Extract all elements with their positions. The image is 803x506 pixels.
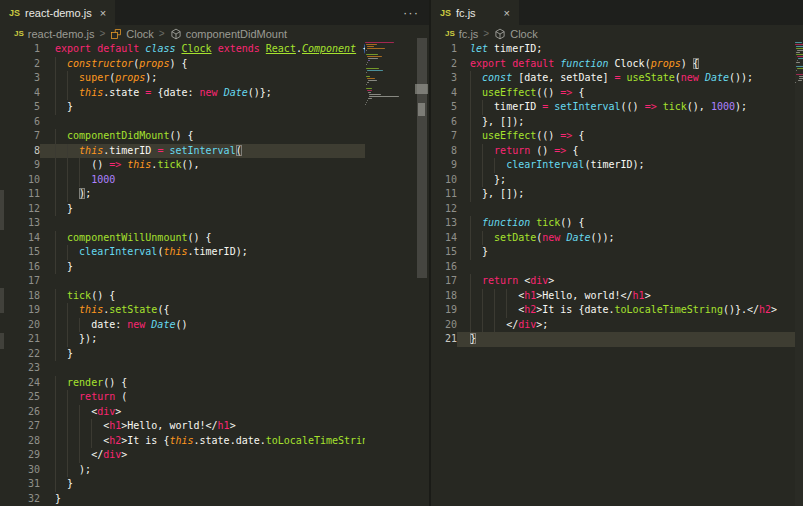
code-text: this.timerID = setInterval( <box>55 144 242 159</box>
code-line[interactable]: 12 <box>431 202 795 217</box>
code-line[interactable]: 17 return <div> <box>431 274 795 289</box>
code-line[interactable]: 28 <h2>It is {this.state.date.toLocaleTi… <box>0 434 365 449</box>
code-text: <h2>It is {date.toLocaleTimeString()}.</… <box>470 303 777 318</box>
minimap-line <box>366 64 367 65</box>
code-line[interactable]: 23 <box>0 361 365 376</box>
code-text: } <box>55 260 73 275</box>
close-icon[interactable]: × <box>100 7 106 19</box>
line-number: 18 <box>431 289 457 304</box>
tab-fc-js[interactable]: JS fc.js × <box>431 0 519 25</box>
line-number: 4 <box>431 86 457 101</box>
code-line[interactable]: 19 <h2>It is {date.toLocaleTimeString()}… <box>431 303 795 318</box>
line-number: 19 <box>0 303 40 318</box>
tab-label: fc.js <box>456 7 476 19</box>
window-edge-artifact <box>0 190 4 230</box>
code-line[interactable]: 5 timerID = setInterval(() => tick(), 10… <box>431 100 795 115</box>
line-number: 20 <box>431 318 457 333</box>
code-line[interactable]: 22 } <box>0 347 365 362</box>
code-text: clearInterval(timerID); <box>470 158 645 173</box>
line-number: 9 <box>0 158 40 173</box>
minimap-line <box>365 104 366 105</box>
code-line[interactable]: 7 componentDidMount() { <box>0 129 365 144</box>
close-icon[interactable]: × <box>504 7 510 19</box>
code-line[interactable]: 4 useEffect(() => { <box>431 86 795 101</box>
code-line[interactable]: 30 ); <box>0 463 365 478</box>
code-line[interactable]: 21 }); <box>0 332 365 347</box>
breadcrumb-right: JSfc.js>Clock <box>431 25 803 42</box>
code-line[interactable]: 7 useEffect(() => { <box>431 129 795 144</box>
line-number: 19 <box>431 303 457 318</box>
minimap[interactable] <box>365 42 400 506</box>
tab-bar-left: JS react-demo.js × ··· <box>0 0 429 25</box>
code-line[interactable]: 6 <box>0 115 365 130</box>
code-line[interactable]: 14 setDate(new Date()); <box>431 231 795 246</box>
code-line[interactable]: 6 }, []); <box>431 115 795 130</box>
code-line[interactable]: 16 } <box>0 260 365 275</box>
line-number: 2 <box>0 57 40 72</box>
breadcrumb-item[interactable]: JSreact-demo.js <box>14 28 94 40</box>
code-line[interactable]: 9 clearInterval(timerID); <box>431 158 795 173</box>
code-line[interactable]: 15 clearInterval(this.timerID); <box>0 245 365 260</box>
line-number: 5 <box>431 100 457 115</box>
editor-group-right: JS fc.js × JSfc.js>Clock 1let timerID;2e… <box>431 0 803 506</box>
code-line[interactable]: 5 } <box>0 100 365 115</box>
code-line[interactable]: 11 ); <box>0 187 365 202</box>
breadcrumb-item[interactable]: Clock <box>110 28 154 40</box>
breadcrumb-item[interactable]: JSfc.js <box>445 28 478 40</box>
code-line[interactable]: 11 }, []); <box>431 187 795 202</box>
code-text: clearInterval(this.timerID); <box>55 245 248 260</box>
minimap[interactable] <box>795 42 803 506</box>
minimap-line <box>367 62 368 63</box>
code-line[interactable]: 26 <div> <box>0 405 365 420</box>
code-line[interactable]: 3 super(props); <box>0 71 365 86</box>
code-text: </div> <box>55 448 127 463</box>
code-line[interactable]: 10 1000 <box>0 173 365 188</box>
breadcrumb-item[interactable]: componentDidMount <box>170 28 288 40</box>
line-number: 18 <box>0 289 40 304</box>
code-line[interactable]: 31 } <box>0 477 365 492</box>
line-number: 32 <box>0 492 40 506</box>
code-line[interactable]: 17 <box>0 274 365 289</box>
code-line[interactable]: 1export default class Clock extends Reac… <box>0 42 365 57</box>
code-line[interactable]: 14 componentWillUnmount() { <box>0 231 365 246</box>
code-line[interactable]: 3 const [date, setDate] = useState(new D… <box>431 71 795 86</box>
chevron-right-icon: > <box>99 28 105 39</box>
code-text: setDate(new Date()); <box>470 231 615 246</box>
code-line[interactable]: 20 date: new Date() <box>0 318 365 333</box>
code-line[interactable]: 2export default function Clock(props) { <box>431 57 795 72</box>
window-edge-artifact <box>0 333 4 349</box>
code-line[interactable]: 18 <h1>Hello, world!</h1> <box>431 289 795 304</box>
code-line[interactable]: 8 this.timerID = setInterval( <box>0 144 365 159</box>
code-text: export default function Clock(props) { <box>470 57 699 72</box>
code-line[interactable]: 18 tick() { <box>0 289 365 304</box>
window-edge-artifact <box>0 288 4 313</box>
code-line[interactable]: 2 constructor(props) { <box>0 57 365 72</box>
line-number: 10 <box>0 173 40 188</box>
code-line[interactable]: 10 }; <box>431 173 795 188</box>
code-line[interactable]: 32} <box>0 492 365 506</box>
minimap-line <box>366 84 367 85</box>
tab-react-demo-js[interactable]: JS react-demo.js × <box>0 0 115 25</box>
code-line[interactable]: 20 </div>; <box>431 318 795 333</box>
code-line[interactable]: 13 <box>0 216 365 231</box>
code-line[interactable]: 27 <h1>Hello, world!</h1> <box>0 419 365 434</box>
code-line[interactable]: 4 this.state = {date: new Date()}; <box>0 86 365 101</box>
more-actions-button[interactable]: ··· <box>403 0 419 25</box>
code-line[interactable]: 24 render() { <box>0 376 365 391</box>
code-line[interactable]: 25 return ( <box>0 390 365 405</box>
code-line[interactable]: 15 } <box>431 245 795 260</box>
code-line[interactable]: 21} <box>431 332 795 347</box>
code-line[interactable]: 9 () => this.tick(), <box>0 158 365 173</box>
code-line[interactable]: 8 return () => { <box>431 144 795 159</box>
code-line[interactable]: 29 </div> <box>0 448 365 463</box>
code-line[interactable]: 13 function tick() { <box>431 216 795 231</box>
code-line[interactable]: 12 } <box>0 202 365 217</box>
line-number: 4 <box>0 86 40 101</box>
code-line[interactable]: 1let timerID; <box>431 42 795 57</box>
vertical-scrollbar[interactable] <box>417 38 427 278</box>
code-line[interactable]: 19 this.setState({ <box>0 303 365 318</box>
breadcrumb-item[interactable]: Clock <box>494 28 538 40</box>
code-line[interactable]: 16 <box>431 260 795 275</box>
code-text: } <box>470 245 488 260</box>
minimap-line <box>795 82 796 83</box>
